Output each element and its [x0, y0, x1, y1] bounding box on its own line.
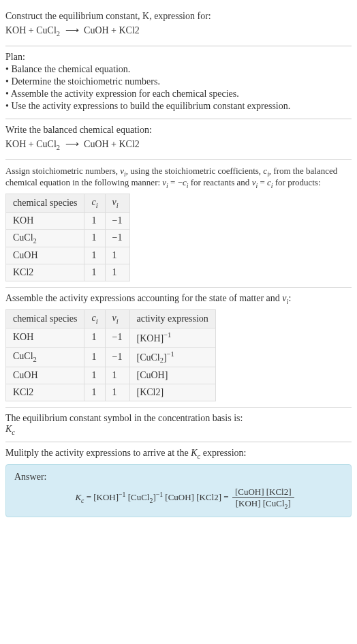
th-c: ci	[84, 310, 105, 328]
symbol-section: The equilibrium constant symbol in the c…	[5, 408, 352, 442]
cell-species: KOH	[6, 328, 84, 347]
arrow-icon: ⟶	[65, 138, 79, 150]
stoich-t5: for products:	[273, 177, 320, 187]
plan-section: Plan: • Balance the chemical equation. •…	[5, 46, 352, 119]
intro-text: Construct the equilibrium constant, K, e…	[5, 11, 352, 22]
intro-section: Construct the equilibrium constant, K, e…	[5, 5, 352, 46]
cell-species: KOH	[6, 212, 84, 229]
cell-c: 1	[84, 264, 105, 281]
act-open: [KCl2]	[137, 387, 164, 397]
cell-species: CuOH	[6, 247, 84, 264]
act-sup: −1	[164, 331, 171, 339]
sp-sub: 2	[33, 236, 37, 244]
table-row: KCl2 1 1	[6, 264, 130, 281]
act-open: [KOH]	[137, 333, 164, 343]
v-sub: i	[117, 318, 119, 325]
bal-rhs: CuOH + KCl2	[84, 139, 140, 149]
sp: CuOH	[13, 370, 38, 380]
act-sup: −1	[167, 350, 174, 358]
ans-sup1: −1	[119, 491, 125, 498]
activity-section: Assemble the activity expressions accoun…	[5, 288, 352, 408]
eq-lhs-sub: 2	[57, 30, 60, 37]
cell-c: 1	[84, 328, 105, 347]
cell-species: CuCl2	[6, 347, 84, 367]
cell-c: 1	[84, 229, 105, 247]
stoich-t1: Assign stoichiometric numbers,	[5, 166, 120, 176]
k: K	[5, 424, 12, 434]
frac-den: [KOH] [CuCl2]	[232, 498, 294, 510]
activity-table: chemical species ci νi activity expressi…	[5, 309, 216, 401]
c-sub: i	[96, 318, 98, 325]
plan-item-3: • Assemble the activity expression for e…	[5, 89, 352, 99]
bal-lhs: KOH + CuCl	[5, 139, 57, 149]
bal-lhs-sub: 2	[57, 144, 60, 151]
cell-act: [CuOH]	[129, 367, 215, 384]
den1: [KOH] [CuCl	[236, 498, 285, 508]
ans-k: K	[75, 492, 81, 502]
multiply-line: Mulitply the activity expressions to arr…	[5, 448, 352, 460]
cell-c: 1	[84, 347, 105, 367]
eq2b: =	[258, 177, 267, 187]
symbol-line: The equilibrium constant symbol in the c…	[5, 413, 352, 424]
table-row: chemical species ci νi	[6, 194, 130, 212]
th-v: νi	[105, 194, 129, 212]
table-row: CuCl2 1 −1 [CuCl2]−1	[6, 347, 216, 367]
eq-rhs: CuOH + KCl2	[84, 25, 140, 35]
c-sub: i	[96, 202, 98, 209]
ans-sup2: −1	[156, 491, 163, 498]
plan-item-4: • Use the activity expressions to build …	[5, 101, 352, 112]
stoich-t2: , using the stoichiometric coefficients,	[126, 166, 264, 176]
answer-box: Answer: Kc = [KOH]−1 [CuCl2]−1 [CuOH] [K…	[5, 464, 352, 518]
eq1b: = −	[168, 177, 183, 187]
sp-sub: 2	[33, 356, 37, 363]
sp: CuOH	[13, 250, 38, 260]
stoich-t4: for reactants and	[189, 177, 252, 187]
th-species: chemical species	[6, 310, 84, 328]
cell-v: 1	[105, 384, 129, 401]
mul-t2: expression:	[200, 448, 246, 458]
plan-header: Plan:	[5, 52, 352, 63]
cell-c: 1	[84, 367, 105, 384]
cell-c: 1	[84, 212, 105, 229]
plan-item-1: • Balance the chemical equation.	[5, 64, 352, 75]
cell-v: 1	[105, 264, 129, 281]
intro-equation: KOH + CuCl2 ⟶ CuOH + KCl2	[5, 25, 352, 37]
cell-act: [KCl2]	[129, 384, 215, 401]
th-species: chemical species	[6, 194, 84, 212]
plan-item-2: • Determine the stoichiometric numbers.	[5, 76, 352, 87]
fraction: [CuOH] [KCl2][KOH] [CuCl2]	[232, 487, 294, 510]
balanced-section: Write the balanced chemical equation: KO…	[5, 119, 352, 160]
balanced-header: Write the balanced chemical equation:	[5, 125, 352, 136]
symbol-kc: Kc	[5, 424, 352, 436]
balanced-equation: KOH + CuCl2 ⟶ CuOH + KCl2	[5, 138, 352, 151]
sp: CuCl	[13, 351, 33, 361]
sp: KOH	[13, 215, 33, 226]
stoich-intro: Assign stoichiometric numbers, νi, using…	[5, 166, 352, 189]
table-row: KCl2 1 1 [KCl2]	[6, 384, 216, 401]
cell-species: CuCl2	[6, 229, 84, 247]
cell-v: −1	[105, 347, 129, 367]
arrow-icon: ⟶	[65, 25, 79, 36]
answer-label: Answer:	[14, 472, 343, 482]
ans-mid1: [CuCl	[125, 492, 149, 502]
act-t2: :	[288, 293, 291, 303]
stoich-section: Assign stoichiometric numbers, νi, using…	[5, 160, 352, 288]
table-row: CuCl2 1 −1	[6, 229, 130, 247]
th-act: activity expression	[129, 310, 215, 328]
intro-line1: Construct the equilibrium constant, K, e…	[5, 11, 211, 21]
th-v: νi	[105, 310, 129, 328]
frac-num: [CuOH] [KCl2]	[232, 487, 294, 498]
cell-act: [KOH]−1	[129, 328, 215, 347]
cell-act: [CuCl2]−1	[129, 347, 215, 367]
multiply-section: Mulitply the activity expressions to arr…	[5, 442, 352, 523]
act-open: [CuOH]	[137, 370, 168, 380]
sp: KCl2	[13, 267, 33, 277]
cell-species: CuOH	[6, 367, 84, 384]
table-row: chemical species ci νi activity expressi…	[6, 310, 216, 328]
cell-v: −1	[105, 328, 129, 347]
cell-species: KCl2	[6, 384, 84, 401]
den2: ]	[288, 498, 290, 508]
th-c: ci	[84, 194, 105, 212]
activity-intro: Assemble the activity expressions accoun…	[5, 293, 352, 305]
sp: KOH	[13, 332, 33, 342]
